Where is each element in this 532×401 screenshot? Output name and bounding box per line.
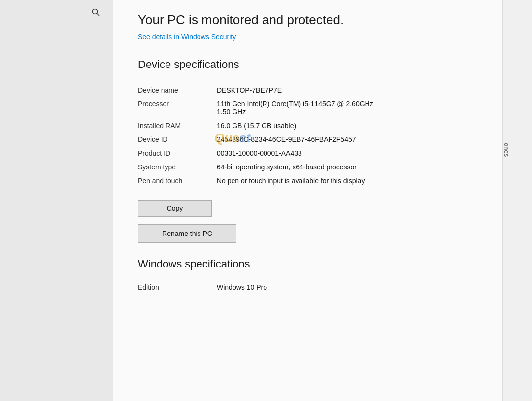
table-row: Installed RAM 16.0 GB (15.7 GB usable) bbox=[138, 119, 478, 133]
field-value: DESKTOP-7BE7P7E bbox=[217, 83, 478, 97]
device-specs-heading: Device specifications bbox=[138, 58, 478, 71]
field-value: 16.0 GB (15.7 GB usable) bbox=[217, 119, 478, 133]
field-value: Windows 10 Pro bbox=[217, 280, 478, 294]
windows-specs-table: Edition Windows 10 Pro bbox=[138, 280, 478, 294]
field-value: 64-bit operating system, x64-based proce… bbox=[217, 160, 478, 174]
table-row: Device name DESKTOP-7BE7P7E bbox=[138, 83, 478, 97]
field-label: Edition bbox=[138, 280, 217, 294]
field-value-device-id: Quest 2454396C-8234-46CE-9EB7-46FBAF2F54… bbox=[217, 133, 478, 146]
field-label: Pen and touch bbox=[138, 174, 217, 188]
field-label: Processor bbox=[138, 97, 217, 119]
main-content: Your PC is monitored and protected. See … bbox=[113, 0, 502, 401]
field-value: 11th Gen Intel(R) Core(TM) i5-1145G7 @ 2… bbox=[217, 97, 478, 119]
right-panel: ones bbox=[502, 0, 532, 401]
table-row: Edition Windows 10 Pro bbox=[138, 280, 478, 294]
windows-specs-heading: Windows specifications bbox=[138, 258, 478, 270]
table-row: Pen and touch No pen or touch input is a… bbox=[138, 174, 478, 188]
right-panel-label: ones bbox=[503, 143, 510, 157]
field-label: Device ID bbox=[138, 133, 217, 146]
protection-heading: Your PC is monitored and protected. bbox=[138, 12, 478, 28]
watermark-overlay: Quest bbox=[214, 131, 251, 146]
svg-line-1 bbox=[97, 14, 100, 16]
field-label: System type bbox=[138, 160, 217, 174]
security-link[interactable]: See details in Windows Security bbox=[138, 33, 236, 41]
field-value-product-id: 00331-10000-00001-AA433 bbox=[217, 146, 478, 160]
copy-button[interactable]: Copy bbox=[138, 200, 212, 217]
table-row: System type 64-bit operating system, x64… bbox=[138, 160, 478, 174]
rename-pc-button[interactable]: Rename this PC bbox=[138, 224, 236, 243]
sidebar bbox=[0, 0, 113, 401]
field-label: Device name bbox=[138, 83, 217, 97]
table-row: Processor 11th Gen Intel(R) Core(TM) i5-… bbox=[138, 97, 478, 119]
device-specs-table: Device name DESKTOP-7BE7P7E Processor 11… bbox=[138, 83, 478, 188]
search-icon bbox=[92, 8, 100, 16]
search-button[interactable] bbox=[88, 5, 103, 20]
table-row-device-id: Device ID Quest 2454396C-8234-46CE-9EB7-… bbox=[138, 133, 478, 146]
svg-point-0 bbox=[93, 9, 98, 14]
field-label-product-id: Product ID bbox=[138, 146, 217, 160]
field-value: No pen or touch input is available for t… bbox=[217, 174, 478, 188]
field-label: Installed RAM bbox=[138, 119, 217, 133]
table-row-product-id: Product ID 00331-10000-00001-AA433 bbox=[138, 146, 478, 160]
